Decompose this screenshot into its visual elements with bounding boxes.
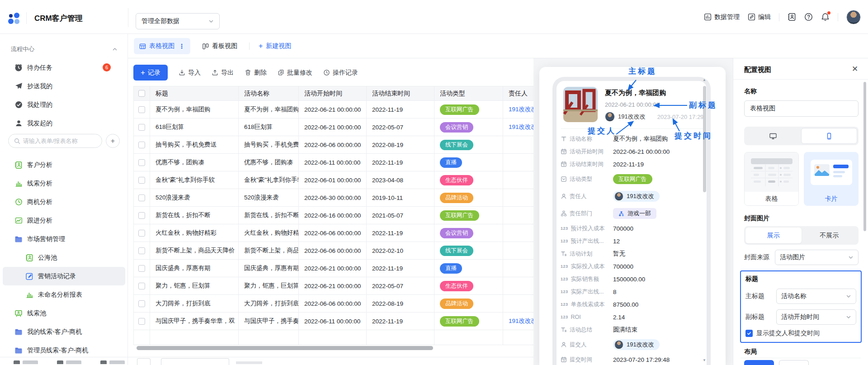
add-record-button[interactable]: + 记录 (133, 65, 168, 81)
sidebar-item-customer-analysis[interactable]: 客户分析 (3, 156, 125, 174)
chevron-down-icon (848, 255, 854, 260)
scope-select[interactable]: 管理全部数据 (136, 13, 220, 29)
layout-option-secondary-partial[interactable] (779, 360, 809, 365)
pagination-partial-2[interactable] (161, 358, 229, 365)
desktop-toggle[interactable] (745, 128, 801, 144)
sidebar-item-unnamed-report[interactable]: 未命名分析报表 (3, 285, 125, 304)
data-manage-icon (704, 13, 712, 21)
view-type-table[interactable]: 表格 (744, 152, 799, 206)
table-row[interactable]: 618巨划算618巨划算2022-06-21 00:00:002022-05-0… (134, 119, 579, 136)
scroll-down-icon[interactable]: ▼ (703, 358, 706, 362)
table-row[interactable]: 火红金秋，购物好精彩火红金秋，购物好精彩2022-06-06 00:00:002… (134, 224, 579, 242)
table-row[interactable]: 夏不为例，幸福团购夏不为例，幸福团购2022-06-21 00:00:00202… (134, 101, 579, 119)
owner-link[interactable]: 191改改改 (509, 123, 537, 131)
table-row[interactable]: 抽号购买，手机免费送抽号购买，手机免费送2022-06-06 00:00:002… (134, 136, 579, 154)
row-checkbox[interactable] (138, 194, 145, 201)
table-row[interactable]: 国庆盛典，厚惠有期国庆盛典，厚惠有期2022-06-21 00:00:00202… (134, 260, 579, 277)
close-icon[interactable]: ✕ (852, 64, 858, 74)
tab-more-icon[interactable]: ⋮ (179, 43, 185, 50)
config-scrollbar-thumb[interactable] (863, 82, 866, 231)
field-label: 123预计投入成本 (561, 225, 613, 232)
table-empty-row (134, 330, 579, 345)
row-checkbox[interactable] (138, 230, 145, 237)
table-row[interactable]: 金秋"豪"礼拿到你手软金秋"豪"礼拿到你手软2022-06-01 00:00:0… (134, 171, 579, 189)
tab-board-view[interactable]: 看板视图 (197, 38, 243, 54)
sidebar-item-marketing-activity-records[interactable]: 营销活动记录 (3, 267, 125, 285)
field-value: 700000 (613, 225, 633, 232)
row-checkbox[interactable] (138, 142, 145, 148)
owner-link[interactable]: 191改改改 (509, 105, 537, 114)
sidebar-item-opportunity-analysis[interactable]: 商机分析 (3, 193, 125, 211)
mobile-toggle[interactable] (801, 128, 858, 144)
sidebar-item-marketing-management[interactable]: 市场营销管理 (3, 230, 125, 248)
row-checkbox[interactable] (138, 212, 145, 219)
cover-hide-toggle[interactable]: 不展示 (802, 228, 858, 243)
row-checkbox[interactable] (138, 124, 145, 131)
table-row[interactable]: 与国庆甲子，携手奏华章，双与国庆甲子，携手奏华章，双2022-06-11 00:… (134, 313, 579, 330)
import-button[interactable]: 导入 (179, 69, 201, 77)
data-manage-button[interactable]: 数据管理 (704, 13, 740, 21)
row-checkbox[interactable] (138, 265, 145, 272)
sidebar-item-my-clue-customer[interactable]: 我的线索-客户-商机 (3, 322, 125, 341)
table-row[interactable]: 新货不断上架，商品天天降价新货不断上架，商品天天降价2022-06-06 00:… (134, 242, 579, 260)
sidebar-item-cc-me[interactable]: 抄送我的 (3, 77, 125, 95)
sidebar-section-process-center[interactable]: 流程中心 (11, 45, 118, 53)
table-hscrollbar[interactable] (133, 346, 533, 351)
add-form-button[interactable]: + (106, 134, 120, 148)
layout-option-primary-partial[interactable] (744, 360, 774, 365)
sidebar-search-input[interactable]: 请输入表单/报表名称 (8, 134, 102, 148)
main-title-select[interactable]: 活动名称 (776, 289, 856, 304)
number-icon: 123 (561, 315, 568, 319)
sidebar-item-todo[interactable]: 待办任务6 (3, 58, 125, 77)
owner-link[interactable]: 191改改改 (509, 317, 537, 325)
row-checkbox[interactable] (138, 247, 145, 254)
preview-scrollbar[interactable]: ▲ ▼ (702, 78, 708, 365)
new-view-button[interactable]: + 新建视图 (256, 38, 294, 54)
field-label: 123ROI (561, 314, 613, 320)
sidebar-item-my-initiated[interactable]: 我发起的 (3, 114, 125, 133)
user-avatar[interactable] (846, 10, 861, 24)
sidebar-item-clue-analysis[interactable]: 线索分析 (3, 174, 125, 193)
row-checkbox[interactable] (138, 159, 145, 166)
activity-type-tag: 直播 (440, 157, 462, 168)
contacts-button[interactable] (788, 13, 796, 21)
row-checkbox[interactable] (138, 283, 145, 289)
person-avatar (614, 192, 623, 201)
row-checkbox[interactable] (138, 318, 145, 325)
sidebar-item-clue-pool[interactable]: 线索池 (3, 304, 125, 322)
view-type-card[interactable]: 卡片 (804, 152, 859, 206)
tab-table-view[interactable]: 表格视图 ⋮ (134, 38, 190, 54)
row-checkbox[interactable] (138, 106, 145, 113)
table-row[interactable]: 520浪漫来袭520浪漫来袭2022-06-30 00:00:002019-10… (134, 189, 579, 207)
sidebar-item-follow-analysis[interactable]: 跟进分析 (3, 211, 125, 230)
notifications-button[interactable] (821, 13, 830, 21)
view-name-input[interactable]: 表格视图 (744, 100, 859, 117)
cell-start-time: 2022-06-30 00:00:00 (299, 189, 367, 207)
sub-title-select[interactable]: 活动开始时间 (776, 309, 856, 325)
sidebar-item-my-handled[interactable]: 我处理的 (3, 95, 125, 114)
row-checkbox[interactable] (138, 300, 145, 307)
edit-button[interactable]: 编辑 (748, 13, 771, 21)
show-submitter-checkbox[interactable] (745, 330, 753, 337)
activity-type-tag: 生态伙伴 (440, 175, 473, 185)
table-row[interactable]: 优惠不够，团购凑优惠不够，团购凑2022-06-11 00:00:002022-… (134, 154, 579, 171)
scroll-up-icon[interactable]: ▲ (703, 78, 706, 82)
table-row[interactable]: 大刀阔斧，打折到底大刀阔斧，打折到底2022-06-06 00:00:00202… (134, 295, 579, 313)
card-submit-meta: 191改改改 2023-07-20 17:29 (605, 112, 703, 122)
batch-edit-button[interactable]: 批量修改 (278, 69, 312, 77)
row-checkbox[interactable] (138, 177, 145, 184)
sidebar-item-public-sea-pool[interactable]: 公海池 (3, 248, 125, 267)
export-button[interactable]: 导出 (212, 69, 234, 77)
pagination-partial-1[interactable] (137, 358, 151, 365)
show-submitter-label: 显示提交人和提交时间 (756, 329, 820, 337)
delete-button[interactable]: 删除 (245, 69, 267, 77)
help-button[interactable] (804, 13, 813, 21)
table-row[interactable]: 聚力，钜惠，巨划算聚力，钜惠，巨划算2022-06-21 00:00:00202… (134, 277, 579, 295)
cover-source-select[interactable]: 活动图片 (775, 250, 859, 265)
select-all-checkbox[interactable] (138, 90, 145, 97)
cover-show-toggle[interactable]: 展示 (745, 228, 802, 243)
hscrollbar-thumb[interactable] (137, 346, 433, 350)
operation-log-button[interactable]: 操作记录 (323, 69, 358, 77)
sidebar-item-label: 待办任务 (27, 64, 52, 72)
table-row[interactable]: 新货在线，折扣不断新货在线，折扣不断2022-06-16 00:00:00202… (134, 207, 579, 224)
